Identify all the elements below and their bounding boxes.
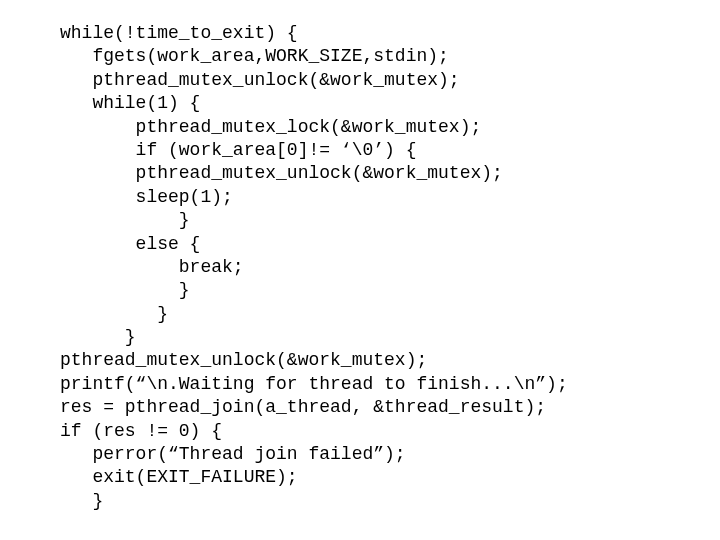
code-listing: while(!time_to_exit) { fgets(work_area,W…: [0, 0, 720, 513]
code-line: pthread_mutex_lock(&work_mutex);: [60, 117, 481, 137]
code-line: while(!time_to_exit) {: [60, 23, 298, 43]
code-line: if (work_area[0]!= ‘\0’) {: [60, 140, 416, 160]
code-line: }: [60, 280, 190, 300]
code-line: pthread_mutex_unlock(&work_mutex);: [60, 163, 503, 183]
code-line: pthread_mutex_unlock(&work_mutex);: [60, 70, 460, 90]
code-line: else {: [60, 234, 200, 254]
code-line: break;: [60, 257, 244, 277]
code-line: printf(“\n.Waiting for thread to finish.…: [60, 374, 568, 394]
code-line: }: [60, 491, 103, 511]
code-line: perror(“Thread join failed”);: [60, 444, 406, 464]
code-line: exit(EXIT_FAILURE);: [60, 467, 298, 487]
code-line: while(1) {: [60, 93, 200, 113]
code-line: res = pthread_join(a_thread, &thread_res…: [60, 397, 546, 417]
code-line: }: [60, 304, 168, 324]
code-line: if (res != 0) {: [60, 421, 222, 441]
code-line: sleep(1);: [60, 187, 233, 207]
code-line: fgets(work_area,WORK_SIZE,stdin);: [60, 46, 449, 66]
code-line: pthread_mutex_unlock(&work_mutex);: [60, 350, 427, 370]
code-line: }: [60, 327, 136, 347]
code-line: }: [60, 210, 190, 230]
